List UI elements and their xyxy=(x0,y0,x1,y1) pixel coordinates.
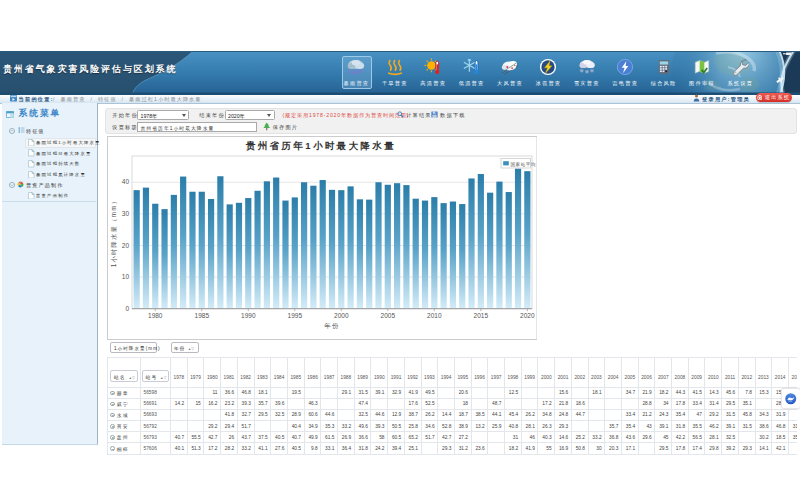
svg-text:贵州省历年1小时最大降水量: 贵州省历年1小时最大降水量 xyxy=(245,140,395,151)
svg-text:2015: 2015 xyxy=(473,312,488,319)
svg-text:2005: 2005 xyxy=(380,312,395,319)
svg-text:1980: 1980 xyxy=(148,312,163,319)
svg-text:年份: 年份 xyxy=(324,322,340,330)
svg-text:30: 30 xyxy=(121,210,129,217)
svg-text:0: 0 xyxy=(125,305,129,312)
svg-text:1995: 1995 xyxy=(287,312,302,319)
svg-text:10: 10 xyxy=(121,273,129,280)
svg-text:1990: 1990 xyxy=(241,312,256,319)
svg-text:40: 40 xyxy=(121,178,129,185)
svg-text:2020: 2020 xyxy=(520,312,535,319)
svg-text:国家站平均: 国家站平均 xyxy=(510,161,536,168)
svg-text:1985: 1985 xyxy=(194,312,209,319)
svg-text:2000: 2000 xyxy=(334,312,349,319)
svg-text:1小时降水量（mm）: 1小时降水量（mm） xyxy=(109,197,117,268)
svg-text:20: 20 xyxy=(121,242,129,249)
svg-text:2010: 2010 xyxy=(427,312,442,319)
